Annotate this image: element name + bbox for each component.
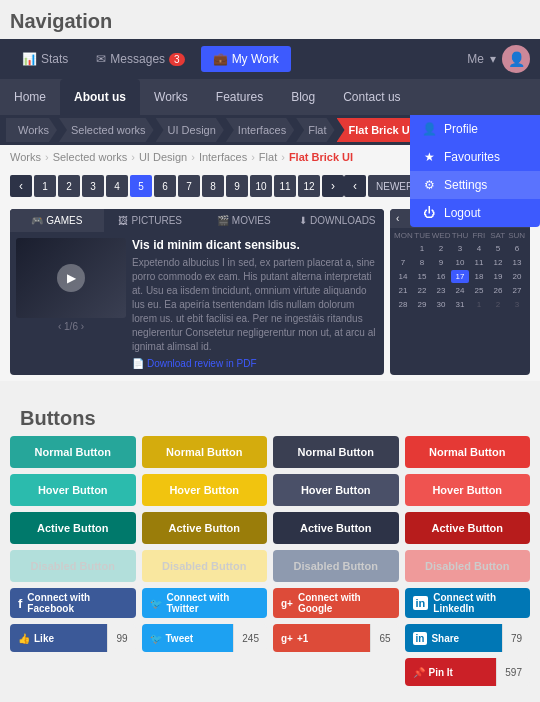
cal-day[interactable]: 12 bbox=[489, 256, 507, 269]
page-5[interactable]: 5 bbox=[130, 175, 152, 197]
btn-dark-active[interactable]: Active Button bbox=[273, 512, 399, 544]
cal-day[interactable]: 3 bbox=[508, 298, 526, 311]
btn-yellow-normal[interactable]: Normal Button bbox=[142, 436, 268, 468]
nav-contact[interactable]: Contact us bbox=[329, 79, 414, 115]
cal-day[interactable]: 10 bbox=[451, 256, 469, 269]
cal-day[interactable]: 13 bbox=[508, 256, 526, 269]
btn-yellow-hover[interactable]: Hover Button bbox=[142, 474, 268, 506]
download-link[interactable]: 📄 Download review in PDF bbox=[132, 358, 378, 369]
btn-green-normal[interactable]: Normal Button bbox=[10, 436, 136, 468]
share-pin-button[interactable]: in Share 79 bbox=[405, 624, 531, 652]
cal-day[interactable]: 1 bbox=[470, 298, 488, 311]
dropdown-favourites[interactable]: ★ Favourites bbox=[410, 143, 540, 171]
cal-day[interactable]: 22 bbox=[413, 284, 431, 297]
cal-day[interactable]: 19 bbox=[489, 270, 507, 283]
page-prev[interactable]: ‹ bbox=[10, 175, 32, 197]
btn-dark-hover[interactable]: Hover Button bbox=[273, 474, 399, 506]
pinit-main[interactable]: 📌 Pin It bbox=[405, 658, 497, 686]
connect-twitter[interactable]: 🐦 Connect with Twitter bbox=[142, 588, 268, 618]
btn-dark-normal[interactable]: Normal Button bbox=[273, 436, 399, 468]
btn-red-active[interactable]: Active Button bbox=[405, 512, 531, 544]
cal-day[interactable]: 31 bbox=[451, 298, 469, 311]
cal-day[interactable]: 23 bbox=[432, 284, 450, 297]
page-6[interactable]: 6 bbox=[154, 175, 176, 197]
tab-games[interactable]: 🎮 GAMES bbox=[10, 209, 104, 232]
cal-prev[interactable]: ‹ bbox=[396, 213, 399, 224]
cal-day[interactable]: 29 bbox=[413, 298, 431, 311]
share-main[interactable]: in Share bbox=[405, 624, 502, 652]
cal-day[interactable]: 5 bbox=[489, 242, 507, 255]
cal-day[interactable]: 2 bbox=[489, 298, 507, 311]
page-8[interactable]: 8 bbox=[202, 175, 224, 197]
cal-day[interactable]: 7 bbox=[394, 256, 412, 269]
tweet-main[interactable]: 🐦 Tweet bbox=[142, 624, 234, 652]
newer-prev[interactable]: ‹ bbox=[344, 175, 366, 197]
btn-green-active[interactable]: Active Button bbox=[10, 512, 136, 544]
page-7[interactable]: 7 bbox=[178, 175, 200, 197]
cal-day[interactable]: 11 bbox=[470, 256, 488, 269]
cal-day[interactable]: 8 bbox=[413, 256, 431, 269]
nav-blog[interactable]: Blog bbox=[277, 79, 329, 115]
cal-day[interactable]: 2 bbox=[432, 242, 450, 255]
dropdown-settings[interactable]: ⚙ Settings bbox=[410, 171, 540, 199]
btn-red-normal[interactable]: Normal Button bbox=[405, 436, 531, 468]
page-3[interactable]: 3 bbox=[82, 175, 104, 197]
page-12[interactable]: 12 bbox=[298, 175, 320, 197]
cal-day[interactable]: 15 bbox=[413, 270, 431, 283]
page-2[interactable]: 2 bbox=[58, 175, 80, 197]
cal-day[interactable] bbox=[394, 242, 412, 255]
cal-day[interactable]: 3 bbox=[451, 242, 469, 255]
cal-day[interactable]: 18 bbox=[470, 270, 488, 283]
gplus-main[interactable]: g+ +1 bbox=[273, 624, 370, 652]
dropdown-profile[interactable]: 👤 Profile bbox=[410, 115, 540, 143]
cal-day[interactable]: 24 bbox=[451, 284, 469, 297]
bc-flat[interactable]: Flat bbox=[296, 118, 334, 142]
page-4[interactable]: 4 bbox=[106, 175, 128, 197]
btn-yellow-active[interactable]: Active Button bbox=[142, 512, 268, 544]
cal-day-today[interactable]: 17 bbox=[451, 270, 469, 283]
dropdown-logout[interactable]: ⏻ Logout bbox=[410, 199, 540, 227]
cal-day[interactable]: 1 bbox=[413, 242, 431, 255]
page-10[interactable]: 10 bbox=[250, 175, 272, 197]
page-next[interactable]: › bbox=[322, 175, 344, 197]
btn-red-hover[interactable]: Hover Button bbox=[405, 474, 531, 506]
cal-day[interactable]: 21 bbox=[394, 284, 412, 297]
gplus-button[interactable]: g+ +1 65 bbox=[273, 624, 399, 652]
tab-downloads[interactable]: ⬇ DOWNLOADS bbox=[291, 209, 385, 232]
nav-features[interactable]: Features bbox=[202, 79, 277, 115]
page-9[interactable]: 9 bbox=[226, 175, 248, 197]
tweet-button[interactable]: 🐦 Tweet 245 bbox=[142, 624, 268, 652]
pinit-button[interactable]: 📌 Pin It 597 bbox=[405, 658, 531, 686]
nav-works[interactable]: Works bbox=[140, 79, 202, 115]
like-main[interactable]: 👍 Like bbox=[10, 624, 107, 652]
connect-facebook[interactable]: f Connect with Facebook bbox=[10, 588, 136, 618]
cal-day[interactable]: 25 bbox=[470, 284, 488, 297]
connect-linkedin[interactable]: in Connect with LinkedIn bbox=[405, 588, 531, 618]
bc-flatbrick[interactable]: Flat Brick UI bbox=[337, 118, 421, 142]
topbar-stats[interactable]: 📊 Stats bbox=[10, 46, 80, 72]
cal-day[interactable]: 14 bbox=[394, 270, 412, 283]
nav-home[interactable]: Home bbox=[0, 79, 60, 115]
connect-google[interactable]: g+ Connect with Google bbox=[273, 588, 399, 618]
bc-uidesign[interactable]: UI Design bbox=[156, 118, 224, 142]
btn-green-hover[interactable]: Hover Button bbox=[10, 474, 136, 506]
avatar[interactable]: 👤 bbox=[502, 45, 530, 73]
topbar-messages[interactable]: ✉ Messages 3 bbox=[84, 46, 196, 72]
page-1[interactable]: 1 bbox=[34, 175, 56, 197]
cal-day[interactable]: 30 bbox=[432, 298, 450, 311]
cal-day[interactable]: 26 bbox=[489, 284, 507, 297]
page-11[interactable]: 11 bbox=[274, 175, 296, 197]
cal-day[interactable]: 28 bbox=[394, 298, 412, 311]
cal-day[interactable]: 20 bbox=[508, 270, 526, 283]
play-button[interactable]: ▶ bbox=[57, 264, 85, 292]
tab-pictures[interactable]: 🖼 PICTURES bbox=[104, 209, 198, 232]
bc-works[interactable]: Works bbox=[6, 118, 57, 142]
bc-selected[interactable]: Selected works bbox=[59, 118, 154, 142]
nav-about[interactable]: About us bbox=[60, 79, 140, 115]
cal-day[interactable]: 4 bbox=[470, 242, 488, 255]
like-button[interactable]: 👍 Like 99 bbox=[10, 624, 136, 652]
cal-day[interactable]: 6 bbox=[508, 242, 526, 255]
cal-day[interactable]: 9 bbox=[432, 256, 450, 269]
tab-movies[interactable]: 🎬 MOVIES bbox=[197, 209, 291, 232]
topbar-mywork[interactable]: 💼 My Work bbox=[201, 46, 291, 72]
